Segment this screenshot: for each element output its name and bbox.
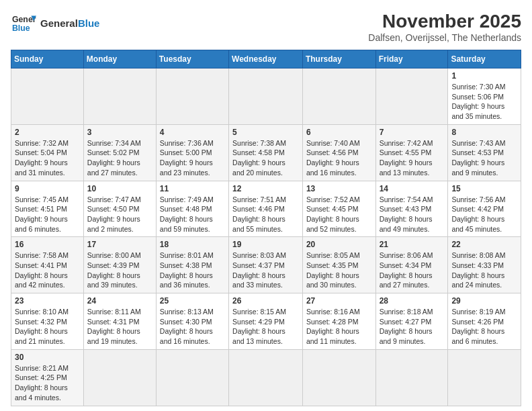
day-info: Sunrise: 7:45 AM Sunset: 4:51 PM Dayligh… xyxy=(15,195,80,234)
day-number: 11 xyxy=(160,184,225,193)
month-title: November 2025 xyxy=(368,11,521,32)
day-number: 3 xyxy=(87,128,152,137)
day-info: Sunrise: 8:11 AM Sunset: 4:31 PM Dayligh… xyxy=(87,307,152,347)
day-info: Sunrise: 7:56 AM Sunset: 4:42 PM Dayligh… xyxy=(451,195,517,234)
day-number: 28 xyxy=(380,296,445,306)
logo: General Blue GeneralBlue xyxy=(11,11,99,36)
calendar-cell: 17Sunrise: 8:00 AM Sunset: 4:39 PM Dayli… xyxy=(83,237,156,293)
day-info: Sunrise: 7:40 AM Sunset: 4:56 PM Dayligh… xyxy=(306,138,372,178)
calendar-week-row: 9Sunrise: 7:45 AM Sunset: 4:51 PM Daylig… xyxy=(11,181,521,237)
day-of-week-header: Sunday xyxy=(11,50,84,68)
calendar-cell xyxy=(83,349,156,406)
day-info: Sunrise: 8:18 AM Sunset: 4:27 PM Dayligh… xyxy=(380,307,445,347)
day-number: 16 xyxy=(15,240,80,249)
calendar-cell xyxy=(156,68,228,125)
day-number: 30 xyxy=(15,353,80,362)
day-info: Sunrise: 8:05 AM Sunset: 4:35 PM Dayligh… xyxy=(306,250,372,290)
calendar-cell: 20Sunrise: 8:05 AM Sunset: 4:35 PM Dayli… xyxy=(302,237,375,293)
calendar-cell: 22Sunrise: 8:08 AM Sunset: 4:33 PM Dayli… xyxy=(448,237,521,293)
day-number: 12 xyxy=(232,184,299,193)
day-info: Sunrise: 7:47 AM Sunset: 4:50 PM Dayligh… xyxy=(87,195,152,234)
day-number: 19 xyxy=(232,240,299,249)
calendar-cell: 12Sunrise: 7:51 AM Sunset: 4:46 PM Dayli… xyxy=(229,181,303,237)
calendar-cell: 25Sunrise: 8:13 AM Sunset: 4:30 PM Dayli… xyxy=(156,293,228,350)
logo-icon: General Blue xyxy=(11,11,36,36)
calendar-week-row: 2Sunrise: 7:32 AM Sunset: 5:04 PM Daylig… xyxy=(11,124,521,181)
calendar-table: SundayMondayTuesdayWednesdayThursdayFrid… xyxy=(11,50,521,406)
calendar-cell xyxy=(375,68,448,125)
day-info: Sunrise: 7:52 AM Sunset: 4:45 PM Dayligh… xyxy=(306,195,372,234)
day-number: 15 xyxy=(451,184,517,193)
day-number: 8 xyxy=(451,128,517,137)
day-number: 9 xyxy=(15,184,80,193)
day-number: 7 xyxy=(380,128,445,137)
calendar-cell xyxy=(11,68,84,125)
day-info: Sunrise: 8:21 AM Sunset: 4:25 PM Dayligh… xyxy=(15,363,80,403)
calendar-header: SundayMondayTuesdayWednesdayThursdayFrid… xyxy=(11,50,521,68)
day-number: 25 xyxy=(160,296,225,306)
day-of-week-header: Tuesday xyxy=(156,50,228,68)
day-number: 17 xyxy=(87,240,152,249)
calendar-cell: 28Sunrise: 8:18 AM Sunset: 4:27 PM Dayli… xyxy=(375,293,448,350)
calendar-cell: 4Sunrise: 7:36 AM Sunset: 5:00 PM Daylig… xyxy=(156,124,228,181)
calendar-week-row: 30Sunrise: 8:21 AM Sunset: 4:25 PM Dayli… xyxy=(11,349,521,406)
calendar-week-row: 16Sunrise: 7:58 AM Sunset: 4:41 PM Dayli… xyxy=(11,237,521,293)
calendar-cell xyxy=(83,68,156,125)
day-info: Sunrise: 7:32 AM Sunset: 5:04 PM Dayligh… xyxy=(15,138,80,178)
calendar-cell: 7Sunrise: 7:42 AM Sunset: 4:55 PM Daylig… xyxy=(375,124,448,181)
calendar-cell: 16Sunrise: 7:58 AM Sunset: 4:41 PM Dayli… xyxy=(11,237,84,293)
day-number: 21 xyxy=(380,240,445,249)
day-info: Sunrise: 8:15 AM Sunset: 4:29 PM Dayligh… xyxy=(232,307,299,347)
day-info: Sunrise: 8:01 AM Sunset: 4:38 PM Dayligh… xyxy=(160,250,225,290)
svg-text:Blue: Blue xyxy=(12,24,30,33)
day-info: Sunrise: 8:03 AM Sunset: 4:37 PM Dayligh… xyxy=(232,250,299,290)
day-number: 29 xyxy=(451,296,517,306)
calendar-cell: 13Sunrise: 7:52 AM Sunset: 4:45 PM Dayli… xyxy=(302,181,375,237)
day-number: 23 xyxy=(15,296,80,306)
day-number: 22 xyxy=(451,240,517,249)
days-of-week-row: SundayMondayTuesdayWednesdayThursdayFrid… xyxy=(11,50,521,68)
calendar-week-row: 1Sunrise: 7:30 AM Sunset: 5:06 PM Daylig… xyxy=(11,68,521,125)
day-info: Sunrise: 7:51 AM Sunset: 4:46 PM Dayligh… xyxy=(232,195,299,234)
day-number: 13 xyxy=(306,184,372,193)
day-info: Sunrise: 8:00 AM Sunset: 4:39 PM Dayligh… xyxy=(87,250,152,290)
calendar-cell: 30Sunrise: 8:21 AM Sunset: 4:25 PM Dayli… xyxy=(11,349,84,406)
calendar-cell xyxy=(229,349,303,406)
day-info: Sunrise: 7:54 AM Sunset: 4:43 PM Dayligh… xyxy=(380,195,445,234)
day-number: 20 xyxy=(306,240,372,249)
day-number: 5 xyxy=(232,128,299,137)
calendar-cell: 9Sunrise: 7:45 AM Sunset: 4:51 PM Daylig… xyxy=(11,181,84,237)
calendar-cell: 2Sunrise: 7:32 AM Sunset: 5:04 PM Daylig… xyxy=(11,124,84,181)
day-info: Sunrise: 8:16 AM Sunset: 4:28 PM Dayligh… xyxy=(306,307,372,347)
calendar-cell: 26Sunrise: 8:15 AM Sunset: 4:29 PM Dayli… xyxy=(229,293,303,350)
calendar-cell: 19Sunrise: 8:03 AM Sunset: 4:37 PM Dayli… xyxy=(229,237,303,293)
day-info: Sunrise: 8:10 AM Sunset: 4:32 PM Dayligh… xyxy=(15,307,80,347)
day-number: 6 xyxy=(306,128,372,137)
day-number: 2 xyxy=(15,128,80,137)
calendar-cell xyxy=(229,68,303,125)
calendar-week-row: 23Sunrise: 8:10 AM Sunset: 4:32 PM Dayli… xyxy=(11,293,521,350)
calendar-cell xyxy=(302,349,375,406)
day-info: Sunrise: 8:08 AM Sunset: 4:33 PM Dayligh… xyxy=(451,250,517,290)
calendar-cell: 27Sunrise: 8:16 AM Sunset: 4:28 PM Dayli… xyxy=(302,293,375,350)
calendar-cell xyxy=(302,68,375,125)
day-of-week-header: Monday xyxy=(83,50,156,68)
calendar-cell: 5Sunrise: 7:38 AM Sunset: 4:58 PM Daylig… xyxy=(229,124,303,181)
title-block: November 2025 Dalfsen, Overijssel, The N… xyxy=(368,11,521,43)
day-number: 18 xyxy=(160,240,225,249)
day-info: Sunrise: 8:13 AM Sunset: 4:30 PM Dayligh… xyxy=(160,307,225,347)
day-info: Sunrise: 7:42 AM Sunset: 4:55 PM Dayligh… xyxy=(380,138,445,178)
day-info: Sunrise: 7:49 AM Sunset: 4:48 PM Dayligh… xyxy=(160,195,225,234)
day-info: Sunrise: 7:30 AM Sunset: 5:06 PM Dayligh… xyxy=(451,82,517,122)
page-header: General Blue GeneralBlue November 2025 D… xyxy=(11,11,521,43)
calendar-body: 1Sunrise: 7:30 AM Sunset: 5:06 PM Daylig… xyxy=(11,68,521,406)
day-number: 4 xyxy=(160,128,225,137)
calendar-cell: 11Sunrise: 7:49 AM Sunset: 4:48 PM Dayli… xyxy=(156,181,228,237)
day-info: Sunrise: 8:19 AM Sunset: 4:26 PM Dayligh… xyxy=(451,307,517,347)
calendar-cell: 21Sunrise: 8:06 AM Sunset: 4:34 PM Dayli… xyxy=(375,237,448,293)
calendar-cell: 8Sunrise: 7:43 AM Sunset: 4:53 PM Daylig… xyxy=(448,124,521,181)
calendar-cell: 1Sunrise: 7:30 AM Sunset: 5:06 PM Daylig… xyxy=(448,68,521,125)
calendar-cell: 15Sunrise: 7:56 AM Sunset: 4:42 PM Dayli… xyxy=(448,181,521,237)
calendar-cell xyxy=(448,349,521,406)
calendar-cell: 10Sunrise: 7:47 AM Sunset: 4:50 PM Dayli… xyxy=(83,181,156,237)
